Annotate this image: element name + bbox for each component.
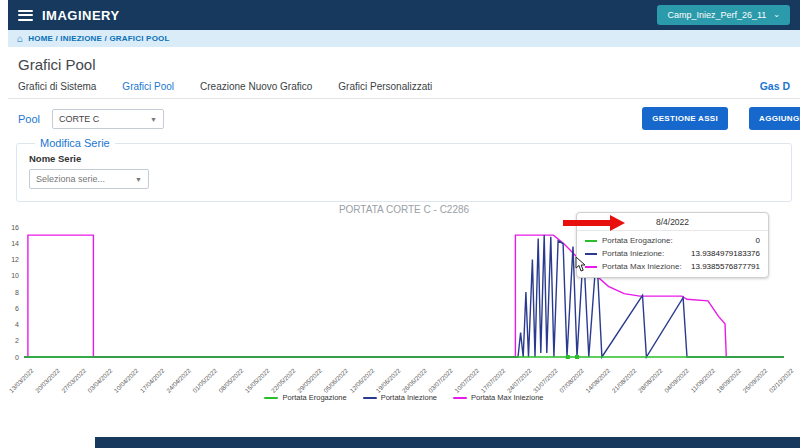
- serie-select[interactable]: Seleziona serie... ▼: [29, 169, 149, 189]
- legend-item[interactable]: Portata Erogazione: [264, 393, 346, 402]
- x-axis-tick-label: 14/08/2022: [584, 366, 612, 394]
- y-axis-tick-label: 0: [15, 354, 19, 361]
- tab-grafici-pool[interactable]: Grafici Pool: [122, 81, 174, 92]
- tooltip-series-label: Portata Max Iniezione:: [602, 262, 682, 271]
- gas-day-label[interactable]: Gas D: [760, 80, 790, 92]
- brand-logo: IMAGINERY: [42, 8, 120, 23]
- x-axis-tick-label: 28/08/2022: [636, 366, 664, 394]
- series-marker: [575, 355, 579, 359]
- x-axis-tick-label: 05/06/2022: [322, 366, 350, 394]
- pool-select[interactable]: CORTE C ▼: [52, 109, 164, 129]
- chart-legend: Portata ErogazionePortata IniezionePorta…: [8, 393, 800, 402]
- tooltip-series-label: Portata Iniezione:: [602, 249, 664, 258]
- pool-row: Pool CORTE C ▼ GESTIONE ASSI AGGIUNGI SE…: [8, 99, 800, 135]
- x-axis-tick-label: 24/04/2022: [165, 366, 193, 394]
- x-axis-tick-label: 07/08/2022: [558, 366, 586, 394]
- x-axis-tick-label: 17/07/2022: [479, 366, 507, 394]
- y-axis-tick-label: 14: [11, 240, 19, 247]
- modifica-serie-fieldset: Modifica Serie Nome Serie Seleziona seri…: [16, 137, 792, 202]
- x-axis-tick-label: 11/09/2022: [689, 366, 716, 393]
- x-axis-tick-label: 24/07/2022: [505, 366, 533, 394]
- tooltip-series-value: 0: [756, 236, 760, 245]
- chevron-down-icon: ▼: [150, 116, 157, 123]
- tooltip-series-label: Portata Erogazione:: [602, 236, 673, 245]
- x-axis-tick-label: 25/09/2022: [741, 366, 769, 394]
- tab-grafici-personalizzati[interactable]: Grafici Personalizzati: [338, 81, 432, 92]
- red-arrow-head: [610, 215, 625, 231]
- page: IMAGINERY Camp_Iniez_Perf_26_11 ⌄ ⌂ HOME…: [0, 0, 800, 448]
- x-axis-tick-label: 26/06/2022: [401, 366, 429, 394]
- x-axis-tick-label: 31/07/2022: [532, 366, 560, 394]
- x-axis-tick-label: 21/08/2022: [610, 366, 638, 394]
- x-axis-tick-label: 10/04/2022: [112, 366, 140, 394]
- nome-serie-label: Nome Serie: [29, 153, 779, 164]
- y-axis-tick-label: 16: [11, 224, 19, 231]
- breadcrumb-text[interactable]: HOME / INIEZIONE / GRAFICI POOL: [28, 34, 169, 43]
- legend-label: Portata Max Iniezione: [471, 393, 544, 402]
- mouse-cursor-icon: [575, 256, 587, 272]
- x-axis-tick-label: 19/06/2022: [374, 366, 402, 394]
- x-axis-tick-label: 27/03/2022: [60, 366, 88, 394]
- breadcrumb: ⌂ HOME / INIEZIONE / GRAFICI POOL: [8, 30, 800, 47]
- x-axis-tick-label: 12/06/2022: [348, 366, 376, 394]
- x-axis-tick-label: 20/03/2022: [34, 366, 62, 394]
- x-axis-tick-label: 13/03/2022: [8, 366, 35, 394]
- modifica-serie-legend: Modifica Serie: [35, 137, 115, 149]
- x-axis-tick-label: 17/04/2022: [139, 366, 167, 394]
- x-axis-tick-label: 29/05/2022: [296, 366, 324, 394]
- legend-dash-icon: [363, 397, 377, 399]
- tooltip-series-value: 13.9384979183376: [691, 249, 760, 258]
- y-axis-tick-label: 10: [11, 272, 19, 279]
- y-axis-tick-label: 12: [11, 256, 19, 263]
- y-axis-tick-label: 2: [15, 337, 19, 344]
- legend-item[interactable]: Portata Iniezione: [363, 393, 437, 402]
- red-arrow-annotation: [563, 215, 625, 231]
- x-axis-tick-label: 18/09/2022: [715, 366, 743, 394]
- legend-item[interactable]: Portata Max Iniezione: [453, 393, 544, 402]
- tab-creazione-nuovo-grafico[interactable]: Creazione Nuovo Grafico: [200, 81, 312, 92]
- x-axis-tick-label: 01/05/2022: [191, 366, 219, 394]
- tooltip-rows: Portata Erogazione:0Portata Iniezione:13…: [577, 234, 768, 273]
- y-axis-tick-label: 8: [15, 289, 19, 296]
- series-dash-icon: [585, 253, 597, 255]
- profile-button[interactable]: Camp_Iniez_Perf_26_11 ⌄: [657, 5, 790, 25]
- gestione-assi-button[interactable]: GESTIONE ASSI: [642, 107, 728, 130]
- tooltip-row: Portata Max Iniezione:13.9385576877791: [577, 260, 768, 273]
- tab-bar: Grafici di Sistema Grafici Pool Creazion…: [8, 80, 800, 99]
- x-axis-tick-label: 15/05/2022: [243, 366, 271, 394]
- x-axis-tick-label: 02/10/2022: [767, 366, 795, 394]
- series-marker: [566, 355, 570, 359]
- serie-select-placeholder: Seleziona serie...: [36, 174, 105, 184]
- tab-grafici-di-sistema[interactable]: Grafici di Sistema: [18, 81, 96, 92]
- x-axis-tick-label: 10/07/2022: [453, 366, 481, 394]
- app-container: IMAGINERY Camp_Iniez_Perf_26_11 ⌄ ⌂ HOME…: [8, 0, 800, 402]
- x-axis-tick-label: 04/09/2022: [663, 366, 691, 394]
- tooltip-row: Portata Erogazione:0: [577, 234, 768, 247]
- chevron-down-icon: ▼: [135, 176, 142, 183]
- pool-label: Pool: [18, 113, 40, 125]
- x-axis-tick-label: 03/04/2022: [86, 366, 114, 394]
- legend-label: Portata Iniezione: [381, 393, 437, 402]
- x-axis-tick-label: 08/05/2022: [217, 366, 245, 394]
- red-arrow-shaft: [563, 220, 610, 226]
- tooltip-row: Portata Iniezione:13.9384979183376: [577, 247, 768, 260]
- aggiungi-serie-button[interactable]: AGGIUNGI SERIE: [749, 107, 800, 130]
- y-axis-tick-label: 4: [15, 321, 19, 328]
- legend-label: Portata Erogazione: [282, 393, 346, 402]
- legend-dash-icon: [453, 397, 467, 399]
- chevron-down-icon: ⌄: [773, 12, 780, 18]
- x-axis-tick-label: 03/07/2022: [427, 366, 455, 394]
- profile-label: Camp_Iniez_Perf_26_11: [667, 10, 766, 20]
- legend-dash-icon: [264, 397, 278, 399]
- y-axis-tick-label: 6: [15, 305, 19, 312]
- pool-select-value: CORTE C: [59, 114, 99, 124]
- series-dash-icon: [585, 240, 597, 242]
- menu-icon[interactable]: [18, 10, 33, 21]
- app-header: IMAGINERY Camp_Iniez_Perf_26_11 ⌄: [8, 0, 800, 30]
- home-icon[interactable]: ⌂: [17, 35, 23, 43]
- tooltip-series-value: 13.9385576877791: [691, 262, 760, 271]
- page-title: Grafici Pool: [8, 47, 800, 80]
- x-axis-tick-label: 22/05/2022: [270, 366, 298, 394]
- footer-bar: [95, 437, 800, 448]
